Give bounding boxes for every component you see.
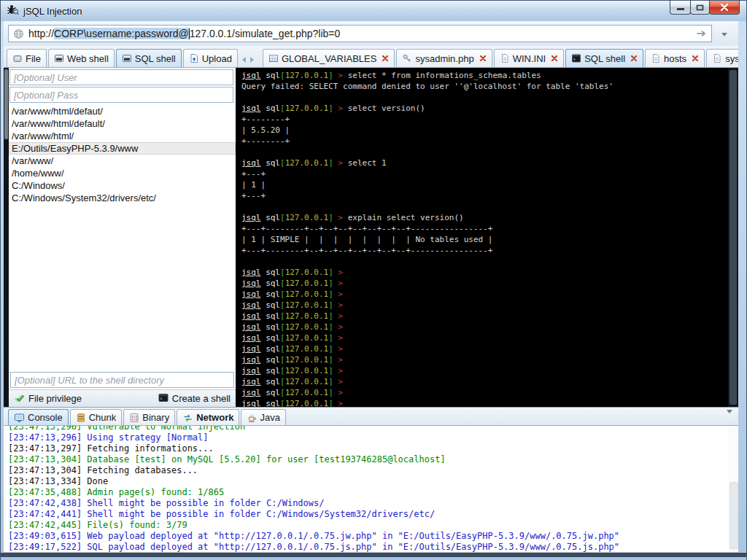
tab-win-ini[interactable]: WIN.INI: [494, 49, 565, 67]
tab-java[interactable]: Java: [241, 409, 285, 425]
prompt-symbol: >: [338, 366, 343, 376]
tab-upload[interactable]: Upload: [183, 49, 238, 67]
prompt-user: jsql: [241, 279, 261, 288]
web-folder-item[interactable]: C:/Windows/System32/drivers/etc/: [9, 192, 236, 204]
close-tab-icon[interactable]: [630, 55, 638, 62]
log-line: [23:47:13,297] Fetching informations...: [8, 443, 728, 454]
console-tabs-dropdown-icon[interactable]: [727, 413, 732, 427]
close-button[interactable]: [709, 1, 740, 15]
left-scrollbar[interactable]: [4, 68, 9, 407]
go-button[interactable]: [695, 28, 707, 39]
document-icon: [712, 53, 722, 63]
terminal-output-line: [241, 92, 728, 103]
close-tab-icon[interactable]: [551, 55, 558, 62]
web-folder-item[interactable]: /home/www/: [9, 167, 236, 179]
prompt-symbol: >: [338, 322, 343, 332]
document-tabs: GLOBAL_VARIABLESsysadmin.phpWIN.INISQL s…: [263, 49, 738, 67]
prompt-host: 127.0.0.1: [285, 289, 329, 299]
sql-shell-terminal[interactable]: jsql sql[127.0.0.1] > select * from info…: [236, 68, 728, 407]
prompt-command: explain select version(): [348, 213, 464, 222]
prompt-bracket: ]: [328, 399, 333, 407]
left-scrollbar-thumb[interactable]: [4, 69, 8, 139]
tab-scroll-left-icon[interactable]: [242, 57, 246, 63]
address-dropdown-button[interactable]: [718, 28, 731, 40]
prompt-user: jsql: [241, 344, 261, 354]
prompt-bracket: ]: [328, 355, 333, 365]
create-shell-button[interactable]: Create a shell: [158, 393, 231, 405]
tab-label: hosts: [664, 53, 686, 64]
tab-label: SQL shell: [135, 53, 176, 64]
tab-sysadmin-php[interactable]: sysadmin.php: [396, 49, 492, 67]
check-icon: [14, 393, 25, 405]
address-bar[interactable]: http://CORP\username:password@127.0.0.1/…: [8, 25, 712, 42]
prompt-host: 127.0.0.1: [285, 355, 329, 365]
tab-file[interactable]: File: [7, 49, 47, 67]
prompt-bracket: ]: [328, 279, 333, 288]
main-content: /var/www/html/defaut//var/www/html/defau…: [4, 68, 738, 407]
pass-field[interactable]: [9, 87, 233, 103]
prompt-bracket: [: [280, 300, 285, 310]
prompt-user: jsql: [241, 388, 261, 397]
tab-label: Console: [28, 412, 63, 423]
prompt-symbol: >: [338, 333, 343, 343]
minimize-button[interactable]: [670, 1, 691, 15]
bottom-pane: ConsoleChunk010010BinaryNetworkJava [23:…: [4, 407, 738, 552]
tab-chunk[interactable]: Chunk: [70, 409, 123, 425]
terminal-scrollbar[interactable]: [728, 68, 738, 407]
web-folder-item[interactable]: /var/www/: [9, 155, 236, 167]
terminal-prompt-line: jsql sql[127.0.0.1] > select 1: [241, 158, 728, 168]
prompt-host: 127.0.0.1: [285, 344, 329, 354]
prompt-bracket: ]: [328, 71, 333, 80]
tab-hosts[interactable]: hosts: [645, 49, 705, 67]
close-tab-icon[interactable]: [692, 55, 699, 62]
left-tab-scroll: [239, 57, 257, 67]
close-tab-icon[interactable]: [479, 55, 487, 62]
titlebar[interactable]: jSQL Injection: [1, 1, 746, 21]
file-privilege-button[interactable]: File privilege: [14, 393, 82, 405]
prompt-bracket: [: [280, 289, 285, 299]
tab-network[interactable]: Network: [177, 409, 239, 425]
prompt-label: sql: [266, 268, 280, 277]
web-folder-item[interactable]: /var/www/html/defaut/: [9, 105, 236, 117]
prompt-host: 127.0.0.1: [285, 366, 329, 376]
prompt-symbol: >: [338, 300, 343, 310]
terminal-prompt-line: jsql sql[127.0.0.1] >: [241, 387, 728, 398]
tab-binary[interactable]: 010010Binary: [123, 409, 175, 425]
web-folder-item[interactable]: C:/Windows/: [9, 179, 236, 192]
tab-sql-shell[interactable]: SQL shell: [116, 49, 182, 67]
log-line: [23:47:35,488] Admin page(s) found: 1/86…: [8, 487, 728, 498]
tab-scroll-right-icon[interactable]: [250, 57, 254, 63]
prompt-bracket: ]: [328, 104, 333, 113]
web-folder-item[interactable]: /var/www/html/default/: [9, 117, 236, 130]
shell-url-field[interactable]: [10, 372, 234, 388]
upload-icon: [189, 53, 199, 63]
maximize-button[interactable]: [690, 1, 710, 15]
tab-label: Binary: [142, 412, 169, 423]
url-input[interactable]: http://CORP\username:password@127.0.0.1/…: [28, 28, 692, 39]
prompt-user: jsql: [241, 311, 261, 321]
prompt-bracket: [: [280, 388, 285, 397]
panel-actions: File privilege Create a shell: [9, 389, 236, 407]
prompt-bracket: ]: [328, 377, 333, 386]
tab-web-shell[interactable]: Web shell: [48, 49, 115, 67]
tab-sql-shell[interactable]: SQL shell: [565, 49, 643, 67]
close-tab-icon[interactable]: [382, 55, 389, 62]
tab-console[interactable]: Console: [8, 409, 69, 425]
window-title: jSQL Injection: [23, 6, 82, 17]
tab-global-variables[interactable]: GLOBAL_VARIABLES: [263, 49, 395, 67]
prompt-host: 127.0.0.1: [285, 104, 329, 113]
prompt-host: 127.0.0.1: [285, 158, 329, 168]
prompt-label: sql: [266, 322, 280, 332]
tab-label: Chunk: [89, 412, 117, 423]
console-scrollbar[interactable]: [728, 426, 738, 552]
web-folder-item[interactable]: E:/Outils/EasyPHP-5.3.9/www: [9, 142, 236, 155]
tab-label: File: [26, 53, 41, 64]
console-log[interactable]: [23:47:13,296] Vulnerable to Normal inje…: [4, 426, 728, 552]
log-line: [23:47:42,441] Shell might be possible i…: [8, 509, 728, 520]
prompt-bracket: [: [280, 213, 285, 222]
web-folder-item[interactable]: /var/www/html/: [9, 130, 236, 142]
tab-system-ini[interactable]: system.ini: [706, 49, 738, 67]
user-field[interactable]: [9, 69, 233, 85]
console-scrollbar-thumb[interactable]: [729, 482, 738, 549]
terminal-scrollbar-thumb[interactable]: [729, 70, 737, 405]
